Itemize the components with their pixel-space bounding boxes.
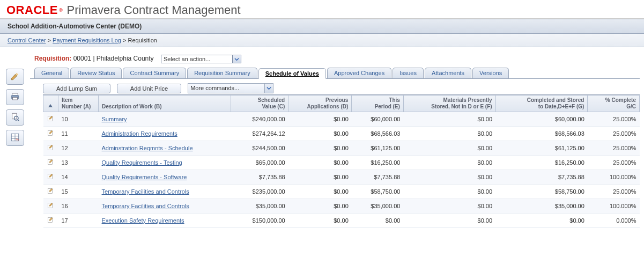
breadcrumb-sep: >	[48, 37, 51, 43]
cell-pct: 100.000%	[588, 199, 640, 214]
cell-scheduled: $235,000.00	[231, 185, 288, 199]
breadcrumb-sep: >	[123, 37, 126, 43]
cell-materials: $0.00	[403, 170, 495, 185]
cell-item: 11	[58, 127, 98, 141]
table-row: 15Temporary Facilities and Controls$235,…	[43, 185, 640, 199]
cell-previous: $0.00	[288, 127, 352, 141]
work-description-link[interactable]: Summary	[102, 116, 127, 122]
requisition-label: Requisition:	[34, 55, 71, 62]
cell-materials: $0.00	[403, 156, 495, 170]
cell-this-period: $60,000.00	[352, 112, 404, 127]
work-description-link[interactable]: Quality Requirements - Testing	[102, 159, 182, 166]
cell-previous: $0.00	[288, 170, 352, 185]
brand-logo: ORACLE	[6, 3, 58, 17]
breadcrumb: Control Center > Payment Requisitions Lo…	[0, 34, 644, 47]
cell-this-period: $0.00	[352, 214, 404, 228]
svg-text:%: %	[16, 138, 19, 141]
cell-scheduled: $150,000.00	[231, 214, 288, 228]
edit-row-button[interactable]	[47, 189, 54, 196]
cell-materials: $0.00	[403, 214, 495, 228]
col-description[interactable]: Description of Work (B)	[99, 95, 231, 112]
project-title-bar: School Addition-Automotive Center (DEMO)	[0, 19, 644, 34]
tab-general[interactable]: General	[34, 68, 69, 78]
edit-row-button[interactable]	[47, 117, 54, 123]
cell-previous: $0.00	[288, 199, 352, 214]
edit-row-button[interactable]	[47, 175, 54, 181]
schedule-of-values-grid: ItemNumber (A) Description of Work (B) S…	[43, 95, 640, 228]
edit-button[interactable]	[6, 69, 24, 85]
cell-pct: 100.000%	[588, 170, 640, 185]
cell-pct: 25.000%	[588, 112, 640, 127]
tab-review-status[interactable]: Review Status	[70, 68, 122, 78]
table-row: 11Administration Requirements$274,264.12…	[43, 127, 640, 141]
cell-previous: $0.00	[288, 141, 352, 156]
edit-row-button[interactable]	[47, 131, 54, 138]
cell-item: 13	[58, 156, 98, 170]
col-materials-stored[interactable]: Materials PresentlyStored, Not in D or E…	[403, 95, 495, 112]
tab-attachments[interactable]: Attachments	[425, 68, 471, 78]
tab-schedule-of-values[interactable]: Schedule of Values	[258, 68, 326, 79]
work-description-link[interactable]: Temporary Facilities and Controls	[102, 188, 189, 195]
edit-row-button[interactable]	[47, 146, 54, 152]
add-lump-sum-button[interactable]: Add Lump Sum	[43, 84, 110, 93]
cell-pct: 25.000%	[588, 185, 640, 199]
cell-previous: $0.00	[288, 214, 352, 228]
edit-row-button[interactable]	[47, 160, 54, 167]
svg-rect-0	[12, 93, 18, 95]
cell-this-period: $16,250.00	[352, 156, 404, 170]
registered-mark: ®	[59, 8, 63, 13]
cell-item: 15	[58, 185, 98, 199]
magnifier-page-icon	[10, 112, 20, 123]
work-description-link[interactable]: Quality Requirements - Software	[102, 174, 187, 180]
col-previous-applications[interactable]: PreviousApplications (D)	[288, 95, 352, 112]
tab-approved-changes[interactable]: Approved Changes	[327, 68, 391, 78]
cell-completed: $68,566.03	[495, 127, 588, 141]
edit-row-button[interactable]	[47, 218, 54, 225]
cell-materials: $0.00	[403, 127, 495, 141]
action-select[interactable]: Select an action...	[161, 55, 241, 63]
cell-pct: 25.000%	[588, 141, 640, 156]
tab-versions[interactable]: Versions	[472, 68, 509, 78]
print-button[interactable]	[6, 89, 24, 105]
breadcrumb-control-center[interactable]: Control Center	[8, 37, 46, 43]
work-description-link[interactable]: Execution Safety Requirements	[102, 217, 184, 224]
add-unit-price-button[interactable]: Add Unit Price	[117, 84, 181, 93]
cell-this-period: $35,000.00	[352, 199, 404, 214]
project-name: School Addition-Automotive Center (DEMO)	[8, 23, 142, 30]
grid-percent-icon: %	[10, 133, 20, 143]
work-description-link[interactable]: Temporary Facilities and Controls	[102, 203, 189, 209]
breadcrumb-current: Requisition	[128, 37, 157, 43]
work-description-link[interactable]: Adminstration Reqmnts - Schedule	[102, 145, 193, 151]
cell-pct: 25.000%	[588, 156, 640, 170]
schedule-table-button[interactable]: %	[6, 130, 24, 146]
preview-button[interactable]	[6, 109, 24, 126]
left-toolbar: %	[0, 55, 30, 146]
cell-pct: 0.000%	[588, 214, 640, 228]
table-row: 12Adminstration Reqmnts - Schedule$244,5…	[43, 141, 640, 156]
grid-toolbar: Add Lump Sum Add Unit Price More command…	[43, 83, 640, 95]
col-this-period[interactable]: ThisPeriod (E)	[352, 95, 404, 112]
tab-requisition-summary[interactable]: Requisition Summary	[187, 68, 257, 78]
edit-row-button[interactable]	[47, 204, 54, 210]
tab-issues[interactable]: Issues	[393, 68, 424, 78]
requisition-line: Requisition: 00001 | Philadelphia County…	[30, 55, 640, 68]
chevron-down-icon	[264, 84, 273, 93]
col-scheduled-value[interactable]: ScheduledValue (C)	[231, 95, 288, 112]
cell-scheduled: $274,264.12	[231, 127, 288, 141]
requisition-id: 00001	[73, 55, 91, 62]
more-commands-dropdown[interactable]: More commands...	[188, 83, 273, 93]
breadcrumb-payments-log[interactable]: Payment Requisitions Log	[53, 37, 121, 43]
tab-contract-summary[interactable]: Contract Summary	[123, 68, 186, 78]
pencil-icon	[10, 71, 20, 82]
col-item-number[interactable]: ItemNumber (A)	[58, 95, 98, 112]
cell-completed: $35,000.00	[495, 199, 588, 214]
col-completed-stored[interactable]: Completed and Storedto Date,D+E+F (G)	[495, 95, 588, 112]
col-pct-complete[interactable]: % CompleteG/C	[588, 95, 640, 112]
table-row: 10Summary$240,000.00$0.00$60,000.00$0.00…	[43, 112, 640, 127]
cell-scheduled: $240,000.00	[231, 112, 288, 127]
cell-item: 17	[58, 214, 98, 228]
work-description-link[interactable]: Administration Requirements	[102, 130, 177, 137]
col-sort[interactable]	[43, 95, 58, 112]
cell-item: 10	[58, 112, 98, 127]
cell-materials: $0.00	[403, 141, 495, 156]
